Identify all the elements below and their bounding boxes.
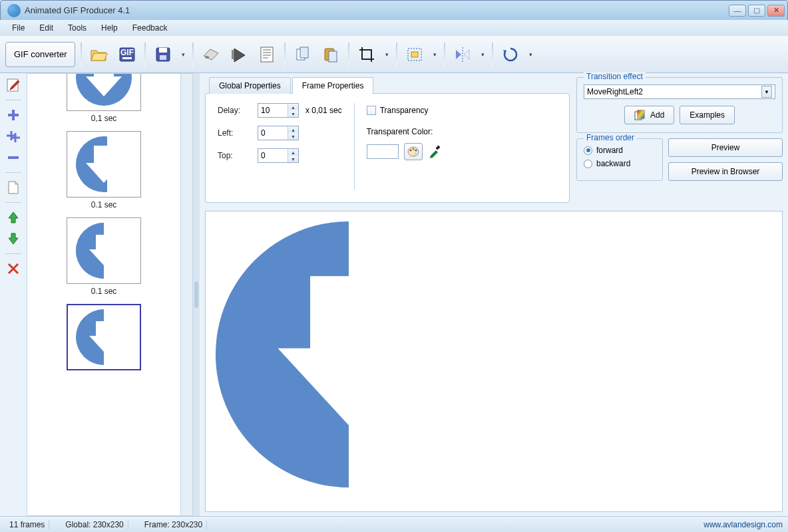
left-input[interactable] (258, 128, 288, 138)
open-gif-icon[interactable]: GIF (115, 43, 139, 66)
menu-edit[interactable]: Edit (33, 21, 60, 35)
chevron-down-icon[interactable]: ▼ (761, 86, 772, 98)
frame-thumb[interactable] (67, 74, 141, 111)
menu-feedback[interactable]: Feedback (126, 21, 174, 35)
svg-rect-33 (638, 110, 644, 118)
save-dropdown[interactable] (179, 51, 187, 58)
side-column: Transition effect MoveRightLeft2 ▼ Add E… (576, 77, 783, 203)
eyedropper-button[interactable] (428, 144, 443, 160)
title-bar: Animated GIF Producer 4.1 — ▢ ✕ (0, 0, 788, 20)
left-label: Left: (218, 128, 251, 138)
frame-label: 0.1 sec (91, 287, 117, 296)
svg-rect-30 (435, 145, 440, 150)
svg-rect-4 (159, 48, 167, 53)
status-bar: 11 frames Global: 230x230 Frame: 230x230… (0, 516, 788, 532)
crop-dropdown[interactable] (383, 51, 391, 58)
frame-label: 0.1 sec (91, 200, 117, 209)
svg-rect-2 (122, 57, 132, 59)
maximize-button[interactable]: ▢ (748, 5, 765, 17)
frame-thumb[interactable] (67, 131, 141, 198)
tab-global-properties[interactable]: Global Properties (209, 77, 291, 94)
svg-point-29 (414, 153, 416, 155)
resize-dropdown[interactable] (431, 51, 439, 58)
transition-value: MoveRightLeft2 (587, 87, 643, 96)
text-doc-icon[interactable] (255, 43, 279, 66)
toolbar: GIF converter GIF (0, 36, 788, 73)
transparency-checkbox[interactable]: Transparency (367, 106, 443, 115)
delay-spinner[interactable]: ▲▼ (258, 103, 299, 118)
delay-suffix: x 0,01 sec (305, 106, 342, 115)
remove-frame-icon[interactable] (4, 150, 23, 166)
frame-label: 0,1 sec (91, 114, 117, 123)
frames-order-group: Frames order forward backward (576, 138, 663, 181)
frame-thumb[interactable] (67, 217, 141, 284)
svg-rect-5 (160, 55, 166, 60)
save-icon[interactable] (151, 43, 175, 66)
examples-button[interactable]: Examples (680, 106, 735, 124)
frames-list[interactable]: 0,1 sec 0.1 sec 0.1 sec (27, 74, 180, 515)
transition-legend: Transition effect (584, 72, 646, 81)
svg-rect-7 (232, 50, 234, 59)
rotate-dropdown[interactable] (526, 51, 534, 58)
move-up-icon[interactable] (4, 209, 23, 225)
add-frame-icon[interactable] (4, 107, 23, 123)
canvas-preview[interactable] (205, 211, 783, 512)
open-folder-icon[interactable] (87, 43, 111, 66)
radio-forward[interactable]: forward (584, 146, 656, 155)
radio-backward[interactable]: backward (584, 159, 656, 168)
top-label: Top: (218, 151, 251, 160)
edit-frame-icon[interactable] (4, 77, 23, 93)
svg-rect-8 (261, 47, 273, 62)
status-url[interactable]: www.avlandesign.com (703, 520, 783, 529)
transparent-color-swatch[interactable] (367, 144, 399, 159)
top-spinner[interactable]: ▲▼ (258, 148, 299, 163)
close-button[interactable]: ✕ (767, 5, 785, 17)
menu-tools[interactable]: Tools (61, 21, 93, 35)
frames-scrollbar[interactable] (180, 74, 192, 515)
mirror-icon[interactable] (451, 43, 475, 66)
copy-icon[interactable] (291, 43, 315, 66)
add-multi-frame-icon[interactable] (4, 128, 23, 144)
add-transition-button[interactable]: Add (624, 106, 674, 124)
svg-point-6 (205, 56, 209, 59)
right-pane: Global Properties Frame Properties Delay… (200, 73, 788, 516)
crop-icon[interactable] (355, 43, 379, 66)
properties-tabs: Global Properties Frame Properties Delay… (205, 77, 570, 203)
transition-select[interactable]: MoveRightLeft2 ▼ (584, 84, 775, 99)
menu-help[interactable]: Help (95, 21, 124, 35)
frame-thumb-selected[interactable] (67, 304, 141, 370)
delay-input[interactable] (258, 106, 288, 115)
gif-converter-button[interactable]: GIF converter (5, 42, 75, 67)
preview-button[interactable]: Preview (668, 138, 783, 157)
frames-order-legend: Frames order (584, 133, 637, 142)
frame-properties-panel: Delay: ▲▼ x 0,01 sec Left: ▲▼ Top: ▲▼ (205, 93, 570, 203)
splitter[interactable] (193, 73, 200, 516)
resize-canvas-icon[interactable] (403, 43, 427, 66)
palette-button[interactable] (404, 143, 423, 160)
delete-frame-icon[interactable] (4, 261, 23, 277)
svg-point-28 (415, 150, 417, 152)
top-input[interactable] (258, 151, 288, 160)
svg-point-26 (409, 150, 411, 152)
transparent-color-label: Transparent Color: (367, 127, 443, 136)
rotate-icon[interactable] (498, 43, 522, 66)
window-title: Animated GIF Producer 4.1 (25, 5, 729, 15)
mirror-dropdown[interactable] (479, 51, 487, 58)
minimize-button[interactable]: — (729, 5, 746, 17)
menu-file[interactable]: File (5, 21, 31, 35)
tab-frame-properties[interactable]: Frame Properties (292, 77, 374, 94)
scanner-icon[interactable] (199, 43, 223, 66)
left-tool-strip (0, 73, 27, 516)
svg-rect-16 (329, 51, 337, 62)
svg-rect-14 (300, 47, 308, 58)
transition-group: Transition effect MoveRightLeft2 ▼ Add E… (576, 77, 783, 133)
menu-bar: File Edit Tools Help Feedback (0, 20, 788, 36)
blank-frame-icon[interactable] (4, 180, 23, 196)
move-down-icon[interactable] (4, 231, 23, 247)
video-import-icon[interactable] (227, 43, 251, 66)
frames-panel: 0,1 sec 0.1 sec 0.1 sec (27, 73, 193, 516)
left-spinner[interactable]: ▲▼ (258, 126, 299, 140)
preview-browser-button[interactable]: Preview in Browser (668, 162, 783, 181)
status-global-size: Global: 230x230 (61, 520, 128, 529)
paste-icon[interactable] (319, 43, 343, 66)
